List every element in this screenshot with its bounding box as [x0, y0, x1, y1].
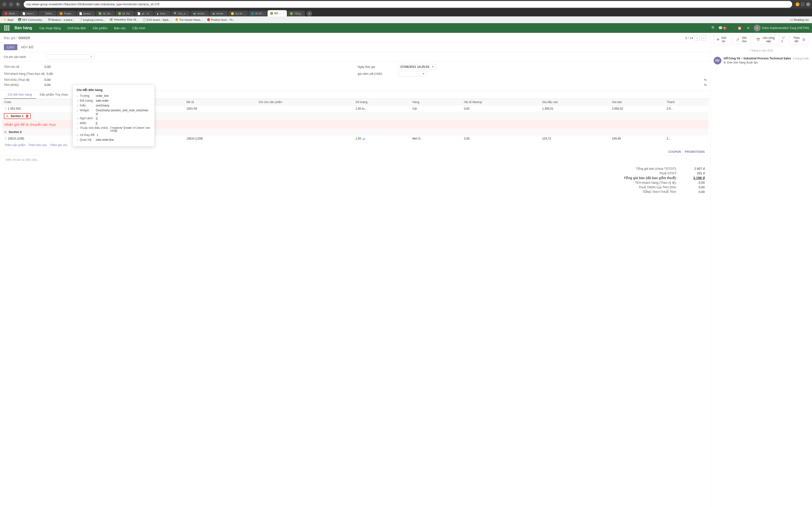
- nav-cho-hoa-don[interactable]: Chờ hóa đơn: [64, 24, 89, 32]
- section-drag-handle-icon[interactable]: ⊕: [6, 114, 9, 118]
- bookmark-vietcetera[interactable]: 🌿 Vietcetera: Đưa cả...: [108, 18, 140, 22]
- bookmark-dev[interactable]: 👨‍💻 DEV Community...: [16, 18, 45, 22]
- close-topbar-icon[interactable]: ✕: [745, 24, 752, 32]
- bookmark-producthunt-label: Product Hunt – Th...: [211, 18, 235, 21]
- new-tab-button[interactable]: +: [306, 11, 312, 16]
- total-value-2: 3.198 đ: [680, 176, 705, 180]
- tab-git[interactable]: 📄git - H...: [135, 11, 153, 16]
- terms-area[interactable]: Điều khoản và điều kiện...: [2, 156, 709, 164]
- tab-js[interactable]: 📄javasc...: [77, 11, 95, 16]
- tkh-khg-value[interactable]: 0,00: [45, 83, 51, 87]
- total-label-1: Thuế GTGT:: [613, 171, 680, 175]
- follow-button[interactable]: Theo dõi 2: [789, 35, 809, 44]
- section-2-drag-icon[interactable]: ⊕: [4, 130, 7, 134]
- discuss-icon[interactable]: 💬 5: [719, 24, 726, 32]
- tab-so-active[interactable]: 🟢SO ...×: [267, 10, 287, 16]
- page-next-button[interactable]: ›: [701, 35, 707, 41]
- coupon-button[interactable]: COUPON: [668, 150, 681, 154]
- reload-button[interactable]: ↻: [15, 2, 20, 7]
- schedule-activity-button[interactable]: ⏰ Lên công việc: [753, 35, 779, 44]
- tab-san-pham-tuy-chon[interactable]: Sản phẩm Tùy chọn: [36, 91, 72, 99]
- bookmark-tung[interactable]: 📝 tungtung-commu...: [78, 18, 107, 22]
- field-group-percent-1: %: [358, 78, 707, 81]
- chatter-actions: ✉ Gửi tin 📝 Ghi chú ⏰ Lên công việc 🤍 0 …: [711, 33, 812, 47]
- back-button[interactable]: ‹: [2, 2, 7, 7]
- nav-cau-hinh[interactable]: Cấu hình: [129, 24, 149, 32]
- section-1-delete-icon[interactable]: 🗑: [26, 114, 29, 118]
- extension-icon[interactable]: [801, 2, 805, 6]
- cancel-button[interactable]: HỦY BỎ: [19, 44, 35, 50]
- tooltip-dot-4: ○: [77, 109, 78, 112]
- likes-number: 0: [781, 40, 783, 43]
- send-message-button[interactable]: ✉ Gửi tin: [714, 35, 730, 44]
- add-note-link[interactable]: Thêm ghi chú: [50, 144, 67, 147]
- user-menu[interactable]: IT Odoo Implemenation Tung (VIETAN): [754, 24, 809, 32]
- nav-san-pham[interactable]: Sản phẩm: [89, 24, 111, 32]
- tab-linux[interactable]: 🐧linux ...: [154, 11, 171, 16]
- tkh-kh-value[interactable]: 0,00: [47, 72, 53, 75]
- tooltip-row-mien: ○ Miền: []: [77, 121, 151, 125]
- operating-cost-dropdown[interactable]: ▼: [46, 54, 95, 59]
- tab-howt[interactable]: 📄How t...: [20, 11, 38, 16]
- total-value-5: 0,00: [680, 190, 705, 193]
- nav-hoat-dong[interactable]: Các Hoạt động: [36, 24, 64, 32]
- bookmark-producthunt[interactable]: 🔴 Product Hunt – Th...: [205, 18, 236, 22]
- tab-github[interactable]: ⚫GitHu...: [39, 11, 57, 16]
- add-section-link[interactable]: Thêm khu vực: [28, 144, 47, 147]
- bookmark-medium[interactable]: Ⓜ Medium – a place...: [47, 17, 76, 22]
- tooltip-row-truong: ○ Trường: order_line: [77, 94, 151, 98]
- gia-niem-yet-label: giá niêm yết (VND): [358, 72, 396, 75]
- content-area: Báo giá / S00029 5 / 14 ‹ › LƯU HỦY BỎ C…: [0, 33, 711, 507]
- page-prev-button[interactable]: ‹: [695, 35, 700, 41]
- bookmark-apps[interactable]: ⭐ Apps: [2, 18, 15, 22]
- tab-mudr[interactable]: 🔴Mudr...: [2, 11, 19, 16]
- tab-project[interactable]: 🟠Projec...: [57, 11, 76, 16]
- nav-bao-cao[interactable]: Báo cáo: [111, 24, 129, 32]
- tkh-cho-so-value[interactable]: 0,00: [45, 65, 51, 68]
- bookmark-hackernews[interactable]: 🔶 The Hacker News...: [173, 18, 204, 22]
- profile-icon[interactable]: [806, 2, 810, 6]
- tab-close-icon[interactable]: ×: [283, 12, 285, 15]
- phone-icon[interactable]: 📞: [728, 24, 734, 32]
- search-topbar-icon[interactable]: 🔍: [710, 24, 717, 32]
- promotions-button[interactable]: PROMOTIONS: [685, 150, 705, 154]
- send-label: Gửi tin: [720, 36, 727, 43]
- bookmark-evg[interactable]: 📋 EVG board – Agile...: [141, 18, 172, 22]
- tab-qlne2[interactable]: 🟢QL Ne...: [115, 11, 135, 16]
- main-container: Báo giá / S00029 5 / 14 ‹ › LƯU HỦY BỎ C…: [0, 33, 812, 507]
- save-button[interactable]: LƯU: [4, 44, 17, 50]
- tkh-khg-thuc-te-value[interactable]: 0,00: [45, 78, 51, 81]
- tab-kex[interactable]: 🔍kex_e...: [171, 11, 190, 16]
- cell-total: 2.6...: [664, 106, 709, 112]
- drag-handle-icon[interactable]: ⠿: [4, 107, 7, 111]
- gia-niem-yet-dropdown[interactable]: ▼: [398, 71, 427, 76]
- browser-right-icons: [796, 2, 810, 6]
- field-group-tkh-khg: TKH (KHG) 0,00: [4, 83, 353, 87]
- dropdown-arrow-icon: ▼: [90, 56, 93, 58]
- drag-handle-2-icon[interactable]: ⠿: [4, 137, 7, 140]
- forward-button[interactable]: ›: [9, 2, 13, 7]
- tab-duyan[interactable]: 🟡Dự án ...: [229, 11, 248, 16]
- star-icon[interactable]: [796, 2, 800, 6]
- tab-docker2[interactable]: 🐳docke...: [209, 11, 228, 16]
- tab-tong[interactable]: 🟢Tổng...: [287, 11, 305, 16]
- breadcrumb-parent[interactable]: Báo giá: [4, 36, 15, 40]
- tooltip-key-9: Quan hệ:: [80, 138, 94, 142]
- tab-docker1[interactable]: 🐳docke...: [191, 11, 209, 16]
- bookmark-dev-icon: 👨‍💻: [18, 18, 21, 21]
- odoo-apps-grid-button[interactable]: [3, 24, 11, 32]
- add-product-link[interactable]: Thêm sản phẩm: [4, 144, 26, 147]
- tooltip-key-7: Thuộc tính điều chỉnh:: [80, 126, 109, 130]
- ngay-bao-gia-input[interactable]: 07/06/2021 14:25:53 ▼: [398, 64, 437, 69]
- total-value-1: 291 đ: [680, 171, 705, 175]
- tab-chi-tiet-don-hang[interactable]: Chi tiết đơn hàng: [4, 91, 36, 99]
- address-bar[interactable]: erp.vietan-group.vn/web#id=29&action=292…: [24, 1, 792, 8]
- tab-qlne1[interactable]: 🟢QL Ne...: [96, 11, 115, 16]
- total-label-2: Tổng giá bán (đã bao gồm thuế):: [613, 176, 680, 180]
- clock-icon[interactable]: ⏰: [737, 24, 743, 32]
- bookmark-readinglist[interactable]: 📖 Reading List: [788, 18, 810, 22]
- tab-20ac[interactable]: 🌐20 AC...: [248, 11, 267, 16]
- cell-qty: 1,00 tu...: [353, 106, 410, 112]
- add-note-button[interactable]: 📝 Ghi chú: [732, 35, 752, 44]
- total-label-0: Tổng giá bán (chưa TGTGT):: [613, 167, 680, 170]
